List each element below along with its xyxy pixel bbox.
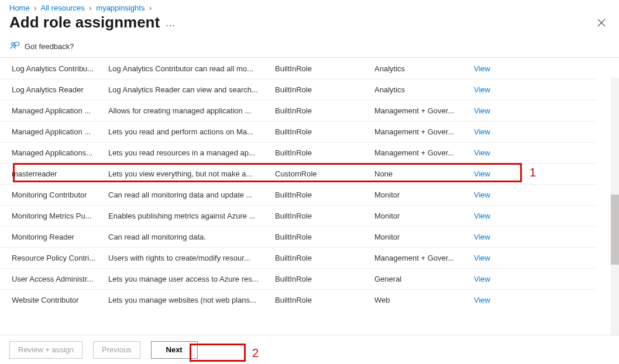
table-row[interactable]: Monitoring Metrics Pu...Enables publishi…: [0, 205, 597, 226]
breadcrumb-home[interactable]: Home: [9, 4, 30, 12]
breadcrumb-resource[interactable]: myappinsights: [96, 4, 145, 12]
role-category-cell: Management + Gover...: [374, 106, 474, 115]
table-row[interactable]: Managed Application ...Allows for creati…: [0, 100, 597, 121]
role-type-cell: BuiltInRole: [275, 64, 374, 73]
role-name-cell: Website Contributor: [12, 296, 108, 304]
svg-rect-3: [15, 42, 19, 45]
role-desc-cell: Can read all monitoring data and update …: [108, 190, 275, 199]
annotation-label-1: 1: [529, 166, 536, 179]
role-category-cell: Web: [374, 296, 474, 304]
role-desc-cell: Lets you read and perform actions on Ma.…: [108, 127, 275, 136]
role-name-cell: Managed Application ...: [12, 127, 108, 136]
page-title: Add role assignment: [9, 13, 160, 32]
view-link[interactable]: View: [474, 296, 490, 304]
role-name-cell: Monitoring Contributor: [12, 190, 108, 199]
role-view-cell: View: [474, 148, 521, 157]
review-assign-button: Review + assign: [9, 341, 82, 359]
table-row[interactable]: Log Analytics ReaderLog Analytics Reader…: [0, 79, 597, 100]
role-view-cell: View: [474, 85, 521, 94]
table-row[interactable]: Log Analytics Contribu...Log Analytics C…: [0, 58, 597, 79]
view-link[interactable]: View: [474, 212, 490, 220]
role-desc-cell: Users with rights to create/modify resou…: [108, 254, 275, 262]
role-type-cell: BuiltInRole: [275, 275, 374, 283]
table-row[interactable]: Managed Applications...Lets you read res…: [0, 142, 597, 163]
role-name-cell: Managed Applications...: [12, 148, 108, 157]
feedback-label[interactable]: Got feedback?: [25, 42, 74, 51]
role-category-cell: None: [374, 169, 474, 178]
role-view-cell: View: [474, 212, 521, 220]
role-category-cell: Analytics: [374, 64, 474, 73]
scrollbar-track[interactable]: [611, 78, 619, 335]
role-desc-cell: Lets you view everything, but not make a…: [108, 169, 275, 178]
role-category-cell: Monitor: [374, 190, 474, 199]
feedback-row[interactable]: Got feedback?: [0, 36, 619, 58]
table-row[interactable]: Managed Application ...Lets you read and…: [0, 121, 597, 142]
view-link[interactable]: View: [474, 275, 490, 283]
breadcrumb: Home › All resources › myappinsights ›: [0, 0, 619, 13]
more-icon[interactable]: ⋯: [166, 20, 175, 31]
role-view-cell: View: [474, 275, 521, 283]
role-category-cell: Monitor: [374, 233, 474, 241]
view-link[interactable]: View: [474, 169, 490, 178]
role-desc-cell: Lets you manage user access to Azure res…: [108, 275, 275, 283]
view-link[interactable]: View: [474, 190, 490, 199]
role-type-cell: BuiltInRole: [275, 190, 374, 199]
chevron-right-icon: ›: [147, 4, 154, 12]
role-type-cell: BuiltInRole: [275, 85, 374, 94]
role-view-cell: View: [474, 233, 521, 241]
role-name-cell: Resource Policy Contri...: [12, 254, 108, 262]
role-view-cell: View: [474, 106, 521, 115]
footer-action-bar: Review + assign Previous Next: [0, 335, 619, 364]
role-desc-cell: Can read all monitoring data.: [108, 233, 275, 241]
table-row[interactable]: User Access Administr...Lets you manage …: [0, 268, 597, 289]
role-category-cell: Management + Gover...: [374, 254, 474, 262]
table-row[interactable]: Resource Policy Contri...Users with righ…: [0, 247, 597, 268]
role-view-cell: View: [474, 127, 521, 136]
breadcrumb-all-resources[interactable]: All resources: [41, 4, 85, 12]
previous-button: Previous: [93, 341, 140, 359]
role-category-cell: Monitor: [374, 212, 474, 220]
view-link[interactable]: View: [474, 127, 490, 136]
role-desc-cell: Allows for creating managed application …: [108, 106, 275, 115]
feedback-person-icon: [9, 41, 20, 51]
role-name-cell: Log Analytics Contribu...: [12, 64, 108, 73]
role-desc-cell: Log Analytics Reader can view and search…: [108, 85, 275, 94]
next-button[interactable]: Next: [151, 341, 198, 359]
svg-point-2: [12, 43, 15, 46]
role-category-cell: General: [374, 275, 474, 283]
role-desc-cell: Lets you manage websites (not web plans.…: [108, 296, 275, 304]
view-link[interactable]: View: [474, 85, 490, 94]
role-name-cell: Managed Application ...: [12, 106, 108, 115]
role-name-cell: User Access Administr...: [12, 275, 108, 283]
role-category-cell: Analytics: [374, 85, 474, 94]
role-type-cell: BuiltInRole: [275, 148, 374, 157]
chevron-right-icon: ›: [87, 4, 94, 12]
annotation-label-2: 2: [252, 346, 259, 360]
role-category-cell: Management + Gover...: [374, 148, 474, 157]
view-link[interactable]: View: [474, 106, 490, 115]
title-row: Add role assignment ⋯: [0, 13, 619, 36]
role-view-cell: View: [474, 190, 521, 199]
role-type-cell: CustomRole: [275, 169, 374, 178]
close-button[interactable]: [593, 15, 610, 31]
table-row[interactable]: Website ContributorLets you manage websi…: [0, 289, 597, 310]
role-type-cell: BuiltInRole: [275, 233, 374, 241]
view-link[interactable]: View: [474, 64, 490, 73]
role-view-cell: View: [474, 64, 521, 73]
table-row[interactable]: masterreaderLets you view everything, bu…: [0, 163, 597, 184]
role-name-cell: masterreader: [12, 169, 108, 178]
view-link[interactable]: View: [474, 148, 490, 157]
role-desc-cell: Lets you read resources in a managed ap.…: [108, 148, 275, 157]
table-row[interactable]: Monitoring ReaderCan read all monitoring…: [0, 226, 597, 247]
role-name-cell: Log Analytics Reader: [12, 85, 108, 94]
close-icon: [597, 19, 606, 27]
role-category-cell: Management + Gover...: [374, 127, 474, 136]
view-link[interactable]: View: [474, 233, 490, 241]
role-type-cell: BuiltInRole: [275, 127, 374, 136]
role-type-cell: BuiltInRole: [275, 254, 374, 262]
roles-table: Log Analytics Contribu...Log Analytics C…: [0, 58, 619, 312]
view-link[interactable]: View: [474, 254, 490, 262]
table-row[interactable]: Monitoring ContributorCan read all monit…: [0, 184, 597, 205]
scrollbar-thumb[interactable]: [611, 195, 619, 265]
role-name-cell: Monitoring Metrics Pu...: [12, 212, 108, 220]
